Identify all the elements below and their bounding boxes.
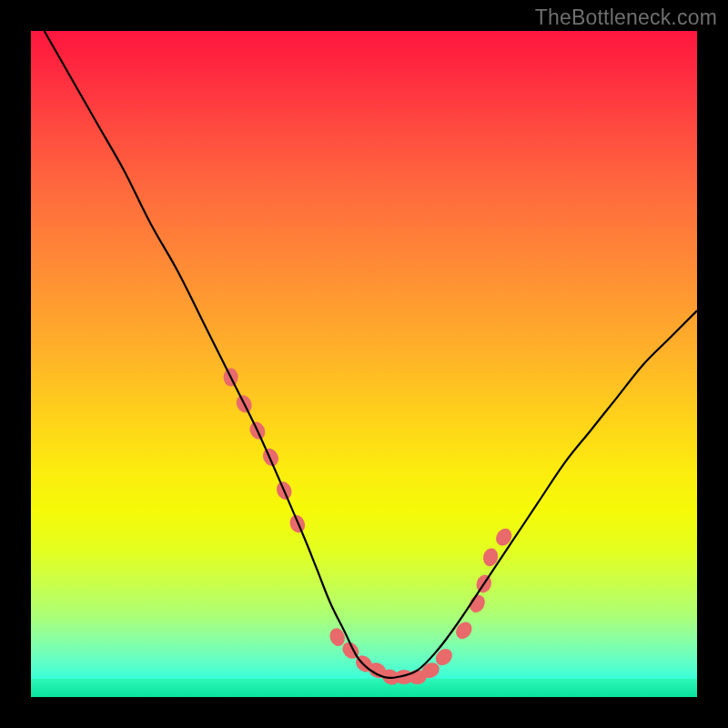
marker-group bbox=[224, 369, 515, 688]
curve-marker bbox=[260, 446, 281, 469]
plot-area bbox=[31, 31, 697, 697]
curve-marker bbox=[492, 526, 514, 550]
curve-layer bbox=[31, 31, 697, 697]
curve-marker bbox=[452, 619, 475, 642]
chart-frame: TheBottleneck.com bbox=[0, 0, 728, 728]
watermark-text: TheBottleneck.com bbox=[535, 5, 717, 30]
bottleneck-curve-path bbox=[45, 31, 697, 678]
